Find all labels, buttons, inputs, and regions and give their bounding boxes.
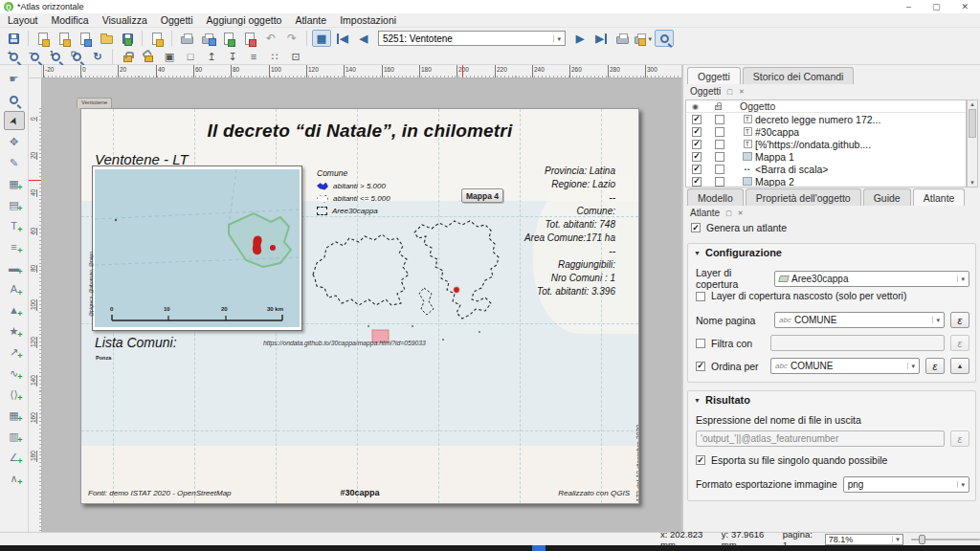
distribute-items-button[interactable]: ∷ — [265, 48, 284, 65]
item-row-mappa2[interactable]: ✓ Mappa 2 — [686, 175, 966, 187]
dock-float-icon[interactable]: ▢ — [726, 88, 733, 96]
close-button[interactable]: ✕ — [961, 2, 969, 11]
tab-guide[interactable]: Guide — [863, 188, 911, 206]
zoom-tool[interactable] — [4, 90, 25, 109]
inset-map-item[interactable]: 0 10 20 30 km @pigreco, @aborruso, @napo — [92, 165, 302, 331]
atlas-first-feature-button[interactable]: ◀ — [333, 30, 352, 47]
lock-items-button[interactable] — [118, 48, 137, 65]
add-pages-button[interactable] — [147, 30, 167, 47]
lock-checkbox[interactable] — [715, 152, 724, 162]
add-north-arrow-tool[interactable]: A — [4, 279, 25, 298]
new-layout-button[interactable] — [33, 30, 53, 47]
page-name-combo[interactable]: abc COMUNE ▾ — [774, 312, 945, 328]
redo-button[interactable]: ↷ — [282, 30, 301, 47]
legend-item[interactable]: Comune abitanti > 5.000 abitanti <= 5.00… — [317, 168, 390, 215]
coverage-layer-combo[interactable]: Aree30cappa ▾ — [774, 271, 969, 287]
visibility-checkbox[interactable]: ✓ — [692, 140, 702, 149]
single-file-checkbox[interactable]: ✓ — [696, 455, 705, 465]
menu-layout[interactable]: Layout — [8, 14, 38, 26]
atlas-settings-button[interactable] — [655, 30, 674, 47]
layout-manager-button[interactable] — [97, 30, 116, 47]
add-shape-tool[interactable]: ▲ — [4, 300, 25, 320]
sort-expression-button[interactable]: ε — [925, 358, 945, 374]
zoom-slider[interactable] — [911, 534, 980, 545]
add-scalebar-tool[interactable]: ▬ — [4, 258, 25, 277]
layout-canvas[interactable]: Ventotene — [42, 78, 681, 532]
add-attribute-table-tool[interactable]: ▦ — [4, 406, 25, 425]
zoom-full-button[interactable]: ◻ — [67, 48, 86, 65]
lower-items-button[interactable]: ↧ — [223, 48, 242, 65]
item-row-mappa1[interactable]: ✓ Mappa 1 — [686, 150, 966, 163]
resize-items-button[interactable]: ⊡ — [286, 48, 305, 65]
add-map-tool[interactable]: ▦ — [4, 174, 25, 193]
lock-checkbox[interactable] — [715, 115, 724, 124]
unlock-items-button[interactable] — [139, 48, 158, 65]
visibility-checkbox[interactable]: ✓ — [692, 115, 702, 124]
minimize-button[interactable]: – — [906, 2, 911, 11]
item-row-barra-di-scala[interactable]: ✓ ▪▪ <Barra di scala> — [686, 163, 966, 175]
item-row-url[interactable]: ✓ T [%'https://ondata.github.... — [686, 138, 966, 150]
generate-atlas-checkbox[interactable]: ✓ — [691, 223, 701, 232]
edit-nodes-item-tool[interactable]: ✎ — [4, 153, 25, 172]
atlas-feature-combo[interactable]: 5251: Ventotene ▾ — [378, 31, 566, 46]
tab-oggetti[interactable]: Oggetti — [687, 67, 741, 84]
refresh-view-button[interactable]: ↻ — [88, 48, 107, 65]
add-fixed-table-tool[interactable]: ▥ — [4, 427, 25, 446]
sort-checkbox[interactable]: ✓ — [696, 362, 705, 371]
menu-aggiungi-oggetto[interactable]: Aggiungi oggetto — [207, 14, 282, 26]
select-move-item-tool[interactable]: ➤ — [4, 111, 25, 130]
atlas-last-feature-button[interactable]: ▶ — [591, 30, 611, 47]
export-svg-button[interactable] — [219, 30, 238, 47]
filter-input[interactable] — [770, 335, 945, 351]
tab-storico-comandi[interactable]: Storico dei Comandi — [743, 67, 855, 84]
dock-close-icon[interactable]: ✕ — [738, 209, 744, 217]
tab-atlante[interactable]: Atlante — [913, 188, 966, 206]
export-pdf-button[interactable] — [240, 30, 259, 47]
move-item-content-tool[interactable]: ✥ — [4, 132, 25, 151]
save-project-button[interactable] — [4, 30, 23, 47]
visibility-checkbox[interactable]: ✓ — [692, 152, 702, 162]
scroll-up-icon[interactable]: ▲ — [968, 101, 977, 107]
dock-close-icon[interactable]: ✕ — [739, 88, 745, 96]
ungroup-items-button[interactable]: □ — [181, 48, 200, 65]
add-picture-tool[interactable]: ▤ — [4, 195, 25, 214]
lock-checkbox[interactable] — [715, 165, 724, 174]
page-name-expression-button[interactable]: ε — [950, 312, 969, 328]
maximize-button[interactable]: ▢ — [932, 2, 941, 11]
atlas-next-feature-button[interactable]: ▶ — [570, 30, 590, 47]
export-atlas-button[interactable]: ▾ — [634, 30, 653, 47]
group-items-button[interactable]: ▣ — [160, 48, 179, 65]
zoom-actual-button[interactable]: 1 — [46, 48, 65, 65]
menu-atlante[interactable]: Atlante — [295, 14, 326, 26]
image-format-combo[interactable]: png ▾ — [843, 476, 969, 493]
sort-combo[interactable]: abc COMUNE ▾ — [770, 358, 920, 374]
add-elevation-profile-tool[interactable]: ∧ — [4, 469, 25, 488]
layout-page[interactable]: Il decreto “di Natale”, in chilometri Ve… — [80, 108, 639, 504]
add-legend-tool[interactable]: ≡ — [4, 237, 25, 256]
lock-checkbox[interactable] — [715, 140, 724, 149]
dock-float-icon[interactable]: ▢ — [725, 209, 732, 217]
add-node-item-tool[interactable]: ∿ — [4, 364, 25, 383]
filename-expression-input[interactable]: 'output_'||@atlas_featurenumber — [696, 430, 945, 447]
visibility-checkbox[interactable]: ✓ — [692, 177, 702, 187]
zoom-level-combo[interactable]: 78.1% ▾ — [825, 534, 903, 545]
item-row-30cappa[interactable]: ✓ T #30cappa — [686, 125, 966, 138]
tab-proprieta-oggetto[interactable]: Proprietà dell'oggetto — [746, 188, 861, 206]
tab-modello[interactable]: Modello — [687, 188, 744, 206]
duplicate-layout-button[interactable] — [55, 30, 74, 47]
add-arrow-tool[interactable]: ↗ — [4, 342, 25, 362]
items-list-scrollbar[interactable]: ▲ ▼ — [967, 99, 978, 187]
lista-comuni-title[interactable]: Lista Comuni: — [95, 335, 177, 350]
print-atlas-button[interactable] — [612, 30, 632, 47]
item-row-decreto[interactable]: ✓ T decreto legge numero 172... — [686, 113, 966, 125]
feature-info-block[interactable]: Provincia: Latina Regione: Lazio -- Comu… — [524, 165, 615, 298]
map-url-label[interactable]: https://ondata.github.io/30cappa/mappa.h… — [263, 340, 426, 346]
visibility-checkbox[interactable]: ✓ — [692, 127, 702, 137]
scroll-thumb[interactable] — [969, 109, 976, 138]
zoom-in-button[interactable]: + — [4, 48, 23, 65]
raise-items-button[interactable]: ↥ — [202, 48, 221, 65]
lock-checkbox[interactable] — [715, 127, 724, 137]
menu-oggetti[interactable]: Oggetti — [161, 14, 193, 26]
add-marker-tool[interactable]: ★ — [4, 321, 25, 341]
align-items-button[interactable]: ≡ — [244, 48, 263, 65]
